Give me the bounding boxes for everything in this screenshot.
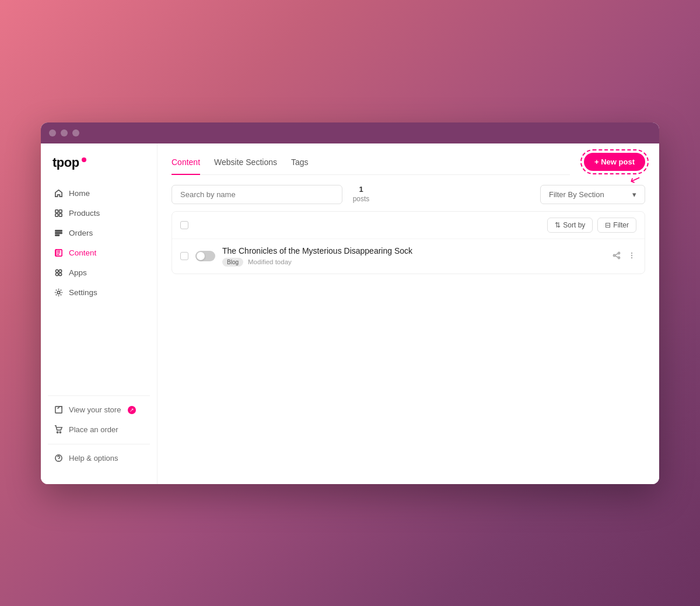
products-icon <box>54 209 63 218</box>
list-actions: ⇅ Sort by ⊟ Filter <box>547 218 636 233</box>
sidebar-item-place-order[interactable]: Place an order <box>48 421 150 439</box>
sort-button[interactable]: ⇅ Sort by <box>547 218 593 233</box>
filter-button[interactable]: ⊟ Filter <box>597 218 636 233</box>
list-header: ⇅ Sort by ⊟ Filter <box>172 212 645 239</box>
posts-count: 1 posts <box>349 185 373 204</box>
svg-point-22 <box>631 252 632 253</box>
orders-icon <box>54 229 63 238</box>
sidebar-item-home[interactable]: Home <box>48 184 150 203</box>
titlebar <box>41 122 659 143</box>
tabs: Content Website Sections Tags <box>172 153 570 175</box>
filter-label: Filter <box>613 221 629 229</box>
filter-select-label: Filter By Section <box>549 190 604 199</box>
svg-point-19 <box>618 257 620 258</box>
svg-rect-2 <box>55 213 58 216</box>
logo-text: tpop <box>52 155 79 170</box>
svg-rect-5 <box>55 233 61 234</box>
post-title[interactable]: The Chronicles of the Mysterious Disappe… <box>222 246 605 255</box>
tab-tags[interactable]: Tags <box>291 153 309 175</box>
sidebar: tpop Home Products <box>41 143 158 484</box>
share-icon[interactable] <box>612 251 621 262</box>
post-modified-date: Modified today <box>248 258 292 265</box>
sidebar-label-apps: Apps <box>69 268 87 277</box>
svg-rect-3 <box>59 213 62 216</box>
sidebar-label-help: Help & options <box>69 454 118 463</box>
svg-rect-1 <box>59 210 62 213</box>
settings-icon <box>54 288 63 297</box>
sidebar-label-home: Home <box>69 189 90 198</box>
tab-website-sections[interactable]: Website Sections <box>214 153 277 175</box>
titlebar-dot-2 <box>61 129 68 136</box>
chevron-down-icon: ▾ <box>632 190 636 199</box>
svg-rect-0 <box>55 210 58 213</box>
select-all-checkbox[interactable] <box>180 221 188 229</box>
filter-icon: ⊟ <box>605 221 611 229</box>
svg-point-14 <box>60 432 61 433</box>
svg-point-11 <box>57 291 60 294</box>
sidebar-divider <box>48 395 150 396</box>
main-content: Content Website Sections Tags + New post… <box>158 143 659 484</box>
post-tag-badge: Blog <box>222 258 243 267</box>
logo-dot <box>82 157 86 162</box>
svg-point-24 <box>631 257 632 258</box>
list-card: ⇅ Sort by ⊟ Filter <box>172 211 645 274</box>
sidebar-label-products: Products <box>69 209 100 218</box>
sidebar-bottom: View your store ↗ Place an order <box>41 401 157 439</box>
sidebar-item-view-store[interactable]: View your store ↗ <box>48 401 150 419</box>
titlebar-dot-1 <box>49 129 56 136</box>
logo: tpop <box>41 155 157 184</box>
sidebar-label-view-store: View your store <box>69 405 121 414</box>
post-meta: Blog Modified today <box>222 258 605 267</box>
sidebar-item-settings[interactable]: Settings <box>48 283 150 302</box>
svg-point-16 <box>58 460 59 461</box>
sidebar-divider-2 <box>48 444 150 444</box>
sidebar-label-place-order: Place an order <box>69 425 118 434</box>
titlebar-dot-3 <box>72 129 79 136</box>
svg-line-20 <box>615 253 618 255</box>
svg-point-13 <box>57 432 58 433</box>
sidebar-label-orders: Orders <box>69 229 93 237</box>
more-options-icon[interactable] <box>627 251 636 262</box>
cart-icon <box>54 425 63 435</box>
sidebar-label-content: Content <box>69 248 96 257</box>
content-icon <box>54 248 63 258</box>
filter-by-section-select[interactable]: Filter By Section ▾ <box>540 185 645 204</box>
main-header: Content Website Sections Tags + New post… <box>158 143 659 176</box>
search-input[interactable] <box>172 185 342 204</box>
svg-point-17 <box>618 252 620 254</box>
svg-point-18 <box>614 254 615 256</box>
sidebar-item-apps[interactable]: Apps <box>48 264 150 282</box>
svg-point-10 <box>58 273 61 276</box>
svg-line-21 <box>615 255 618 257</box>
svg-rect-4 <box>55 230 61 232</box>
sidebar-item-help[interactable]: Help & options <box>48 449 150 468</box>
new-post-btn-wrapper: + New post ↙ <box>584 153 645 171</box>
content-area: 1 posts Filter By Section ▾ <box>158 176 659 484</box>
nav-items: Home Products Orders <box>41 184 157 391</box>
app-window: tpop Home Products <box>41 122 659 484</box>
external-icon <box>54 405 63 415</box>
sidebar-item-content[interactable]: Content <box>48 244 150 262</box>
row-checkbox[interactable] <box>180 252 188 260</box>
svg-point-8 <box>58 269 61 272</box>
sidebar-item-products[interactable]: Products <box>48 204 150 223</box>
post-row-actions <box>612 251 636 262</box>
post-info: The Chronicles of the Mysterious Disappe… <box>222 246 605 267</box>
toolbar-row: 1 posts Filter By Section ▾ <box>172 185 645 204</box>
view-store-badge: ↗ <box>128 406 136 414</box>
sort-label: Sort by <box>563 221 585 229</box>
sidebar-help: Help & options <box>41 449 157 472</box>
tab-content[interactable]: Content <box>172 153 200 175</box>
table-row: The Chronicles of the Mysterious Disappe… <box>172 239 645 274</box>
new-post-button[interactable]: + New post <box>584 153 645 171</box>
sort-icon: ⇅ <box>555 221 561 229</box>
svg-point-9 <box>55 273 58 276</box>
apps-icon <box>54 268 63 278</box>
svg-point-23 <box>631 254 632 255</box>
home-icon <box>54 189 63 198</box>
app-body: tpop Home Products <box>41 143 659 484</box>
sidebar-item-orders[interactable]: Orders <box>48 224 150 243</box>
post-toggle[interactable] <box>195 251 215 261</box>
sidebar-label-settings: Settings <box>69 288 97 297</box>
svg-point-7 <box>55 269 58 272</box>
